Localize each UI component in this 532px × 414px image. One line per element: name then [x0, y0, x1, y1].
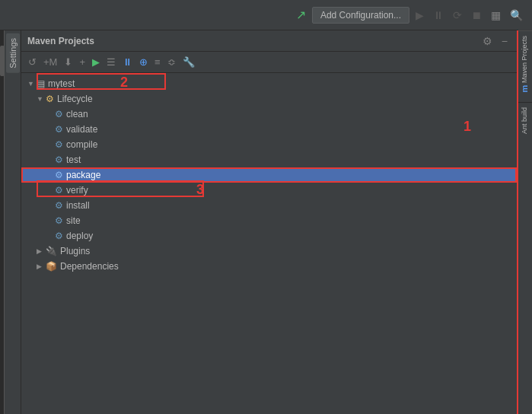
mvn-settings-button[interactable]: 🔧 — [180, 56, 197, 68]
mytest-label: mytest — [48, 78, 75, 89]
mvn-add-button[interactable]: +M — [41, 56, 59, 68]
left-panel-tab: Settings — [5, 30, 21, 414]
left-scrollbar[interactable] — [0, 30, 5, 414]
tree-node-verify[interactable]: ⚙ verify — [21, 183, 517, 198]
plugins-icon: 🔌 — [46, 246, 57, 256]
side-tab-ant[interactable]: Ant build — [518, 102, 532, 139]
mvn-resolve-button[interactable]: ⊕ — [137, 56, 150, 68]
expand-arrow-plugins: ▶ — [37, 247, 44, 255]
dependencies-icon: 📦 — [46, 261, 57, 272]
mvn-new-button[interactable]: + — [77, 56, 88, 68]
test-icon: ⚙ — [55, 154, 63, 165]
tree-node-package[interactable]: ⚙ package — [21, 167, 517, 183]
plugins-label: Plugins — [60, 246, 90, 256]
tree-node-mytest[interactable]: ▼ ▤ mytest — [21, 76, 517, 91]
pause-button[interactable]: ⏸ — [430, 8, 447, 23]
tree-node-install[interactable]: ⚙ install — [21, 198, 517, 213]
lifecycle-label: Lifecycle — [57, 94, 93, 104]
verify-label: verify — [66, 185, 88, 196]
layout-button[interactable]: ▦ — [488, 8, 504, 23]
right-side-panel: m Maven Projects Ant build — [517, 30, 532, 414]
maven-panel-title: Maven Projects — [27, 36, 94, 46]
expand-arrow-mytest: ▼ — [27, 80, 35, 88]
search-button[interactable]: 🔍 — [507, 8, 526, 23]
maven-tab-label: Maven Projects — [521, 36, 528, 83]
tree-node-plugins[interactable]: ▶ 🔌 Plugins — [21, 244, 517, 259]
install-icon: ⚙ — [55, 200, 63, 211]
tree-node-validate[interactable]: ⚙ validate — [21, 122, 517, 137]
mvn-toggle-button[interactable]: ⏸ — [120, 56, 135, 68]
maven-tree: ▼ ▤ mytest ▼ ⚙ Lifecycle ⚙ clean ⚙ valid… — [21, 73, 517, 414]
run-button[interactable]: ▶ — [413, 8, 427, 23]
right-panel-inner: m Maven Projects Ant build — [518, 30, 532, 139]
expand-arrow-dependencies: ▶ — [37, 263, 44, 270]
panel-settings: ⚙ − — [479, 33, 511, 49]
lifecycle-icon: ⚙ — [46, 94, 54, 104]
package-label: package — [66, 170, 100, 180]
clean-icon: ⚙ — [55, 109, 63, 119]
site-icon: ⚙ — [55, 215, 63, 226]
expand-arrow-lifecycle: ▼ — [37, 95, 44, 103]
mvn-refresh-button[interactable]: ↺ — [26, 56, 39, 68]
validate-label: validate — [66, 124, 97, 135]
arrow-icon: ↗ — [296, 8, 306, 22]
install-label: install — [66, 200, 90, 211]
stop-button[interactable]: ⏹ — [468, 8, 485, 23]
dependencies-label: Dependencies — [60, 261, 119, 272]
main-area: Settings Maven Projects ⚙ − ↺ +M ⬇ + ▶ ☰… — [0, 30, 532, 414]
deploy-label: deploy — [66, 231, 93, 241]
maven-toolbar: ↺ +M ⬇ + ▶ ☰ ⏸ ⊕ ≡ ≎ 🔧 — [21, 52, 517, 73]
tree-node-lifecycle[interactable]: ▼ ⚙ Lifecycle — [21, 91, 517, 107]
maven-tab-letter: m — [520, 85, 529, 93]
mvn-run-button[interactable]: ▶ — [90, 56, 102, 68]
tree-node-site[interactable]: ⚙ site — [21, 213, 517, 228]
mvn-lifecycle-button[interactable]: ≡ — [152, 56, 163, 68]
side-tab-maven[interactable]: m Maven Projects — [518, 30, 532, 99]
ant-tab-label: Ant build — [521, 107, 528, 134]
panel-minimize-button[interactable]: − — [499, 33, 511, 49]
tree-node-deploy[interactable]: ⚙ deploy — [21, 228, 517, 244]
center-panel: Maven Projects ⚙ − ↺ +M ⬇ + ▶ ☰ ⏸ ⊕ ≡ ≎ … — [21, 30, 517, 414]
compile-icon: ⚙ — [55, 139, 63, 150]
maven-panel-header: Maven Projects ⚙ − — [21, 30, 517, 52]
tree-node-test[interactable]: ⚙ test — [21, 152, 517, 167]
scrollbar-thumb[interactable] — [0, 46, 5, 76]
verify-icon: ⚙ — [55, 185, 63, 196]
mvn-profiles-button[interactable]: ☰ — [104, 56, 118, 68]
panel-gear-button[interactable]: ⚙ — [479, 33, 495, 49]
package-icon: ⚙ — [55, 170, 63, 180]
mytest-icon: ▤ — [37, 78, 45, 89]
top-toolbar: ↗ Add Configuration... ▶ ⏸ ⟳ ⏹ ▦ 🔍 — [0, 0, 532, 30]
tree-node-dependencies[interactable]: ▶ 📦 Dependencies — [21, 259, 517, 274]
site-label: site — [66, 215, 81, 226]
compile-label: compile — [66, 139, 97, 150]
reload-button[interactable]: ⟳ — [450, 8, 465, 23]
mvn-align-button[interactable]: ≎ — [165, 56, 178, 68]
mvn-download-button[interactable]: ⬇ — [62, 56, 75, 68]
add-configuration-button[interactable]: Add Configuration... — [312, 7, 409, 24]
validate-icon: ⚙ — [55, 124, 63, 135]
deploy-icon: ⚙ — [55, 231, 63, 241]
test-label: test — [66, 154, 81, 165]
settings-tab[interactable]: Settings — [6, 33, 20, 73]
tree-node-clean[interactable]: ⚙ clean — [21, 107, 517, 122]
clean-label: clean — [66, 109, 88, 119]
tree-node-compile[interactable]: ⚙ compile — [21, 137, 517, 152]
